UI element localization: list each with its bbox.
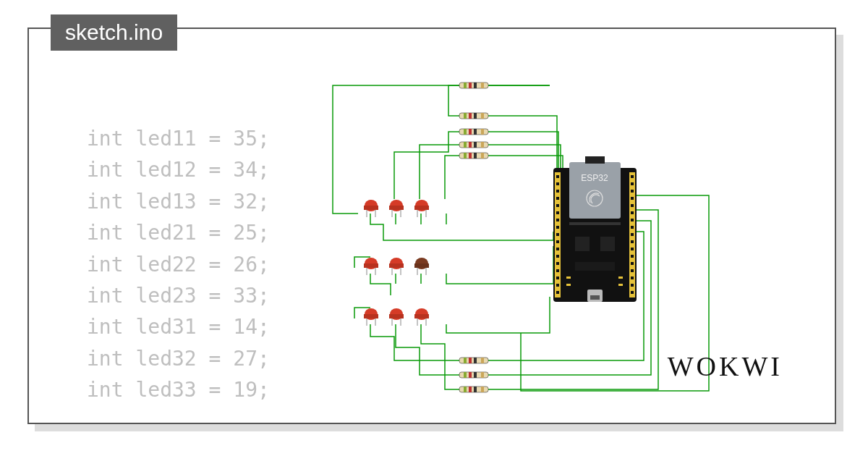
svg-rect-108 bbox=[631, 262, 634, 265]
code-line: int led13 = 32; bbox=[87, 186, 270, 217]
svg-rect-103 bbox=[631, 226, 634, 229]
card: int led11 = 35; int led12 = 34; int led1… bbox=[27, 28, 836, 424]
svg-rect-24 bbox=[481, 153, 484, 159]
svg-rect-23 bbox=[474, 153, 477, 159]
code-line: int led11 = 35; bbox=[87, 123, 270, 154]
svg-rect-90 bbox=[556, 255, 559, 258]
svg-rect-88 bbox=[556, 240, 559, 243]
svg-rect-8 bbox=[474, 113, 477, 119]
svg-rect-65 bbox=[364, 314, 378, 318]
svg-rect-104 bbox=[631, 233, 634, 236]
svg-rect-2 bbox=[469, 83, 472, 88]
svg-rect-93 bbox=[556, 276, 559, 279]
svg-rect-69 bbox=[389, 314, 404, 318]
svg-rect-6 bbox=[464, 113, 467, 119]
svg-rect-96 bbox=[631, 175, 634, 178]
svg-rect-101 bbox=[631, 211, 634, 214]
svg-rect-11 bbox=[464, 129, 467, 135]
code-line: int led21 = 25; bbox=[87, 217, 270, 248]
svg-rect-27 bbox=[469, 358, 472, 363]
svg-rect-29 bbox=[481, 358, 484, 363]
esp32-board-icon: ESP32 bbox=[553, 156, 637, 302]
svg-rect-18 bbox=[474, 142, 477, 148]
wokwi-logo: WOKWI bbox=[668, 350, 783, 382]
svg-rect-109 bbox=[631, 269, 634, 272]
board-label: ESP32 bbox=[581, 173, 608, 183]
svg-rect-125 bbox=[618, 284, 623, 286]
code-block: int led11 = 35; int led12 = 34; int led1… bbox=[87, 123, 270, 406]
svg-rect-1 bbox=[464, 83, 467, 88]
svg-rect-98 bbox=[631, 190, 634, 193]
svg-rect-114 bbox=[585, 156, 605, 164]
svg-rect-95 bbox=[556, 291, 559, 294]
svg-rect-53 bbox=[364, 263, 378, 268]
svg-rect-4 bbox=[481, 83, 484, 88]
svg-rect-38 bbox=[474, 387, 477, 392]
svg-rect-12 bbox=[469, 129, 472, 135]
svg-rect-83 bbox=[556, 204, 559, 207]
svg-rect-13 bbox=[474, 129, 477, 135]
svg-rect-19 bbox=[481, 142, 484, 148]
svg-rect-7 bbox=[469, 113, 472, 119]
code-line: int led22 = 26; bbox=[87, 249, 270, 280]
svg-rect-91 bbox=[556, 262, 559, 265]
svg-rect-111 bbox=[631, 284, 634, 287]
resistor-icon bbox=[459, 83, 488, 159]
svg-rect-79 bbox=[556, 175, 559, 178]
svg-rect-116 bbox=[569, 222, 621, 225]
svg-rect-123 bbox=[618, 276, 623, 279]
svg-rect-28 bbox=[474, 358, 477, 363]
resistor-icon bbox=[459, 358, 488, 392]
svg-rect-124 bbox=[566, 284, 571, 286]
svg-rect-16 bbox=[464, 142, 467, 148]
svg-rect-3 bbox=[474, 83, 477, 88]
filename-tab[interactable]: sketch.ino bbox=[51, 14, 177, 51]
svg-rect-57 bbox=[389, 263, 404, 268]
svg-rect-97 bbox=[631, 182, 634, 185]
svg-rect-26 bbox=[464, 358, 467, 363]
svg-rect-31 bbox=[464, 372, 467, 378]
svg-rect-105 bbox=[631, 240, 634, 243]
svg-rect-61 bbox=[414, 263, 429, 268]
svg-rect-33 bbox=[474, 372, 477, 378]
svg-rect-45 bbox=[389, 206, 404, 210]
svg-rect-89 bbox=[556, 248, 559, 250]
svg-rect-112 bbox=[631, 291, 634, 294]
svg-rect-117 bbox=[575, 237, 590, 251]
svg-rect-37 bbox=[469, 387, 472, 392]
svg-rect-41 bbox=[364, 206, 378, 210]
svg-rect-49 bbox=[414, 206, 429, 210]
svg-rect-118 bbox=[600, 237, 615, 251]
svg-rect-85 bbox=[556, 219, 559, 221]
svg-rect-21 bbox=[464, 153, 467, 159]
svg-rect-100 bbox=[631, 204, 634, 207]
svg-rect-81 bbox=[556, 190, 559, 193]
svg-rect-94 bbox=[556, 284, 559, 287]
code-line: int led32 = 27; bbox=[87, 343, 270, 374]
svg-rect-39 bbox=[481, 387, 484, 392]
svg-rect-110 bbox=[631, 276, 634, 279]
code-line: int led23 = 33; bbox=[87, 280, 270, 311]
code-line: int led33 = 19; bbox=[87, 374, 270, 405]
svg-rect-36 bbox=[464, 387, 467, 392]
svg-rect-106 bbox=[631, 248, 634, 250]
svg-rect-82 bbox=[556, 197, 559, 200]
svg-rect-34 bbox=[481, 372, 484, 378]
code-line: int led31 = 14; bbox=[87, 311, 270, 342]
svg-rect-14 bbox=[481, 129, 484, 135]
svg-rect-99 bbox=[631, 197, 634, 200]
svg-rect-73 bbox=[414, 314, 429, 318]
svg-rect-92 bbox=[556, 269, 559, 272]
svg-rect-17 bbox=[469, 142, 472, 148]
svg-rect-86 bbox=[556, 226, 559, 229]
svg-rect-107 bbox=[631, 255, 634, 258]
svg-rect-9 bbox=[481, 113, 484, 119]
filename-label: sketch.ino bbox=[65, 20, 163, 44]
svg-rect-119 bbox=[575, 262, 615, 271]
led-icon bbox=[364, 200, 429, 326]
svg-rect-32 bbox=[469, 372, 472, 378]
svg-rect-80 bbox=[556, 182, 559, 185]
code-line: int led12 = 34; bbox=[87, 154, 270, 185]
svg-rect-121 bbox=[590, 295, 600, 300]
svg-rect-122 bbox=[566, 276, 571, 279]
